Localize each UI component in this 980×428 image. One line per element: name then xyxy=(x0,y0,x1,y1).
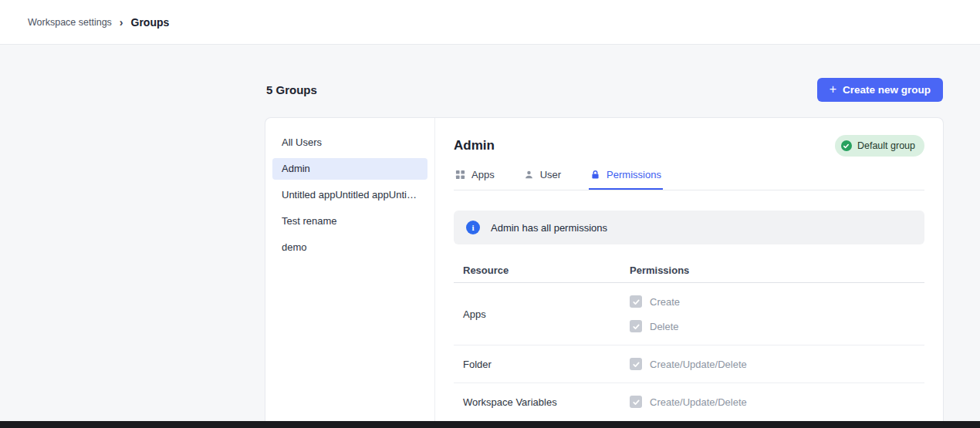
permission-line-delete: Delete xyxy=(630,314,924,339)
permissions-info-banner: i Admin has all permissions xyxy=(454,211,924,244)
column-header-permissions: Permissions xyxy=(622,265,924,276)
checkbox-workspace-variables-cud[interactable] xyxy=(630,396,642,408)
topbar: Workspace settings › Groups xyxy=(0,0,980,45)
group-detail: Admin Default group Apps xyxy=(435,118,943,428)
table-row-workspace-variables: Workspace Variables Create/Update/Delete xyxy=(454,383,924,420)
create-new-group-button[interactable]: + Create new group xyxy=(817,78,943,102)
plus-icon: + xyxy=(830,83,836,96)
tab-apps[interactable]: Apps xyxy=(454,169,496,190)
check-circle-icon xyxy=(841,140,852,151)
breadcrumb-current-groups: Groups xyxy=(131,16,170,29)
group-detail-header: Admin Default group xyxy=(454,135,924,157)
table-row-apps: Apps Create Delete xyxy=(454,283,924,345)
info-icon: i xyxy=(466,221,480,234)
permissions-info-text: Admin has all permissions xyxy=(491,222,607,234)
group-item-admin[interactable]: Admin xyxy=(272,158,427,180)
lock-icon xyxy=(590,170,600,180)
groups-count: 5 Groups xyxy=(266,83,317,96)
permission-label: Create/Update/Delete xyxy=(650,359,747,370)
resource-label: Apps xyxy=(463,308,622,320)
groups-toolbar: 5 Groups + Create new group xyxy=(266,77,943,102)
checkbox-apps-delete[interactable] xyxy=(630,320,642,332)
checkbox-folder-cud[interactable] xyxy=(630,358,642,370)
create-new-group-label: Create new group xyxy=(843,84,931,96)
breadcrumb-workspace-settings[interactable]: Workspace settings xyxy=(28,17,112,28)
permission-label: Create xyxy=(650,296,680,308)
group-list: All Users Admin Untitled appUntitled app… xyxy=(265,118,435,428)
permissions-table-header: Resource Permissions xyxy=(454,258,924,283)
permission-label: Delete xyxy=(650,321,679,332)
group-detail-tabs: Apps User Permissions xyxy=(454,169,924,190)
tab-user[interactable]: User xyxy=(522,169,563,190)
group-item-demo[interactable]: demo xyxy=(272,237,427,258)
table-row-folder: Folder Create/Update/Delete xyxy=(454,345,924,383)
group-item-test-rename[interactable]: Test rename xyxy=(272,211,427,232)
permission-label: Create/Update/Delete xyxy=(650,396,747,408)
default-group-badge: Default group xyxy=(835,135,924,157)
permission-lines: Create Delete xyxy=(622,289,924,339)
page: Workspace settings › Groups 5 Groups + C… xyxy=(0,0,980,428)
column-header-resource: Resource xyxy=(463,265,622,276)
resource-label: Folder xyxy=(463,359,622,370)
chevron-right-icon: › xyxy=(120,17,123,28)
resource-label: Workspace Variables xyxy=(463,396,622,408)
permission-lines: Create/Update/Delete xyxy=(622,352,924,376)
user-icon xyxy=(524,170,534,180)
tab-apps-label: Apps xyxy=(471,169,495,180)
group-item-untitled-app[interactable]: Untitled appUntitled appUntitle… xyxy=(272,184,427,206)
groups-card: All Users Admin Untitled appUntitled app… xyxy=(265,117,944,428)
default-group-badge-label: Default group xyxy=(857,140,915,151)
group-title: Admin xyxy=(454,138,495,153)
permission-line-create: Create xyxy=(630,289,924,314)
checkbox-apps-create[interactable] xyxy=(630,295,642,308)
tab-user-label: User xyxy=(540,169,561,180)
permission-lines: Create/Update/Delete xyxy=(622,389,924,414)
group-item-all-users[interactable]: All Users xyxy=(272,132,427,153)
tab-permissions[interactable]: Permissions xyxy=(589,169,663,190)
apps-grid-icon xyxy=(455,170,465,180)
bottom-bar xyxy=(0,421,980,428)
permission-line-workspace-variables: Create/Update/Delete xyxy=(630,389,924,414)
tab-permissions-label: Permissions xyxy=(607,169,661,180)
permission-line-folder: Create/Update/Delete xyxy=(630,352,924,376)
permissions-table: Resource Permissions Apps Create xyxy=(454,258,924,420)
